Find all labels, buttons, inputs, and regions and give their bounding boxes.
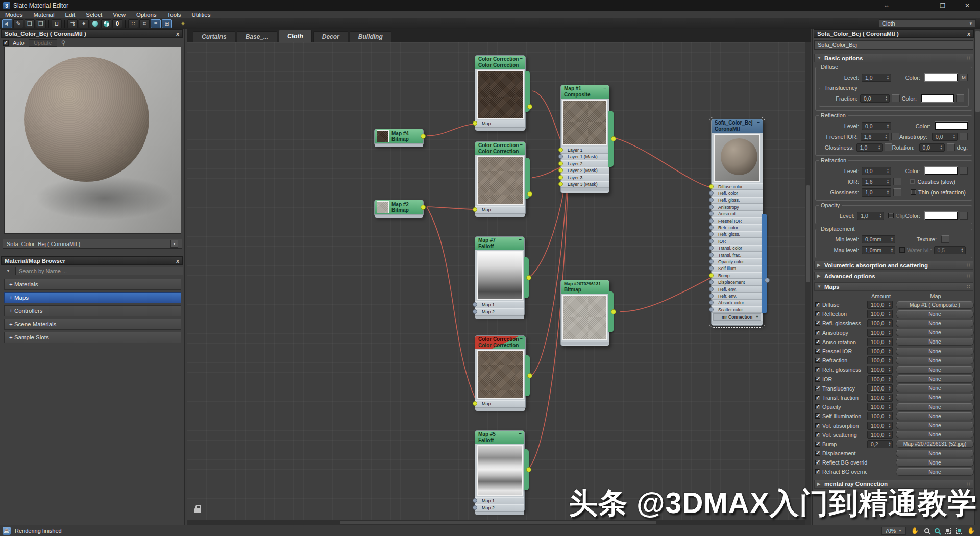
map-slot-button[interactable]: None [896,366,974,374]
channel-checkbox[interactable] [815,358,820,363]
node-input-slot[interactable]: Map 1 [475,497,524,504]
output-connector[interactable] [611,136,616,141]
auto-checkbox[interactable] [3,40,9,46]
node-input-slot[interactable]: Transl. frac. [712,252,763,258]
amount-spinner[interactable]: 100,0 [867,356,893,364]
node-input-slot[interactable]: Transl. color [712,245,763,252]
node-input-slot[interactable]: Opacity color [712,258,763,265]
pan-tool-icon[interactable]: ✋ [911,527,919,534]
node-input-slot[interactable]: Bump [712,272,763,279]
node-input-slot[interactable]: Self illum. [712,265,763,272]
search-input[interactable]: Search by Name ... [15,267,183,275]
output-connector[interactable] [765,278,770,283]
node-header[interactable]: Color Correction Color Correction − [475,336,525,349]
output-connector[interactable] [421,134,426,139]
node-input-slot[interactable]: Refl. gloss. [712,197,763,204]
show-realistic-material-button[interactable] [101,19,111,28]
output-tab[interactable] [608,111,614,167]
parameter-editor-toggle-button[interactable]: ⊞ [162,19,172,28]
input-connector[interactable] [709,232,714,236]
node-input-slot[interactable]: Absorb. color [712,300,763,306]
channel-checkbox[interactable] [815,460,820,465]
wire[interactable] [427,207,477,402]
wire[interactable] [616,138,711,187]
node-map5-falloff[interactable]: Map #5 Falloff − Map 1 Map 2 [475,430,525,512]
channel-checkbox[interactable] [815,377,820,382]
output-connector[interactable] [527,191,532,197]
pick-material-button[interactable]: ✎ [13,19,23,28]
amount-spinner[interactable]: 100,0 [867,431,893,439]
collapse-icon[interactable]: − [757,119,760,126]
menu-item[interactable]: Modes [5,12,23,18]
input-connector[interactable] [473,302,477,307]
input-connector[interactable] [558,148,563,152]
node-header[interactable]: Color Correction Color Correction − [475,142,525,155]
input-connector[interactable] [558,154,563,159]
input-connector[interactable] [558,182,563,186]
amount-spinner[interactable]: 100,0 [867,394,893,402]
diffuse-level-spinner[interactable]: 1,0 [862,74,891,82]
node-canvas[interactable]: Color Correction Color Correction − Map [187,42,811,525]
pan-to-selected-icon[interactable]: ✋ [967,527,975,534]
clip-checkbox[interactable] [888,213,894,218]
canvas-vertical-scrollbar[interactable] [805,42,811,525]
node-input-slot[interactable]: Anisotropy [712,204,763,210]
reflection-color-swatch[interactable] [935,122,968,130]
collapse-icon[interactable]: − [520,142,523,148]
channel-checkbox[interactable] [815,349,820,354]
node-header[interactable]: Sofa_Color_Bej CoronaMtl − [712,119,763,133]
expand-icon[interactable]: + [756,314,758,320]
map-slot-button[interactable]: None [896,431,974,438]
node-input-slot[interactable]: Layer 1 [561,147,609,154]
pin-icon[interactable]: ⚲ [61,39,66,46]
translucency-fraction-spinner[interactable]: 0,0 [860,94,890,103]
channel-checkbox[interactable] [815,442,820,447]
amount-spinner[interactable]: 100,0 [867,301,893,309]
node-input-slot[interactable]: Refr. env. [712,293,763,299]
node-thumbnail[interactable] [477,251,523,300]
node-color-correction-2[interactable]: Color Correction Color Correction − Map [475,141,526,215]
node-header[interactable]: Map #4 Bitmap [375,129,423,143]
channel-checkbox[interactable] [815,469,820,474]
output-tab[interactable] [525,158,530,199]
refraction-color-map-button[interactable] [960,167,968,175]
channel-checkbox[interactable] [815,311,820,316]
amount-spinner[interactable]: 100,0 [867,375,893,383]
ior-map-button[interactable] [893,178,901,185]
opacity-color-map-button[interactable] [960,212,968,220]
preview-panel-header[interactable]: Sofa_Color_Bej ( CoronaMtl ) x [1,29,183,38]
input-connector[interactable] [709,266,714,271]
show-numbers-button[interactable]: 0 [112,19,122,28]
node-input-slot[interactable]: Layer 3 [561,174,609,181]
node-input-slot[interactable]: Map [475,206,525,213]
output-connector[interactable] [526,275,531,280]
output-connector[interactable] [611,309,616,314]
material-browser-toggle-button[interactable]: ≡ [151,19,161,28]
input-connector[interactable] [709,273,714,278]
caustics-checkbox[interactable] [910,179,915,184]
amount-spinner[interactable]: 0,2 [867,440,893,448]
input-connector[interactable] [473,121,477,126]
menu-item[interactable]: View [113,12,126,18]
browser-category-row[interactable]: + Controllers [4,305,181,316]
output-tab[interactable] [525,355,530,396]
node-input-slot[interactable]: Refl. color [712,190,763,197]
map-slot-button[interactable]: None [896,357,974,364]
node-header[interactable]: Map #1 Composite − [561,85,609,99]
amount-spinner[interactable]: 100,0 [867,347,893,355]
input-connector[interactable] [709,259,714,264]
channel-checkbox[interactable] [815,413,820,419]
map-slot-button[interactable]: None [896,450,974,457]
material-select-dropdown[interactable]: Sofa_Color_Bej ( CoronaMtl ) ▼ [3,239,182,249]
node-sofa-coronamtl[interactable]: Sofa_Color_Bej CoronaMtl − Diffuse color… [711,119,763,326]
assign-material-button[interactable]: ❐ [36,19,46,28]
input-connector[interactable] [709,191,714,196]
rollout-maps[interactable]: ▼ Maps ∷ [814,282,973,291]
output-tab[interactable] [608,291,614,332]
input-connector[interactable] [558,175,563,180]
browser-category-row[interactable]: + Scene Materials [4,319,181,330]
amount-spinner[interactable]: 100,0 [867,338,893,346]
maximize-button[interactable]: ❐ [937,2,948,9]
node-map2-bitmap[interactable]: Map #2 Bitmap [374,200,424,217]
node-input-slot[interactable]: Displacement [712,279,763,285]
